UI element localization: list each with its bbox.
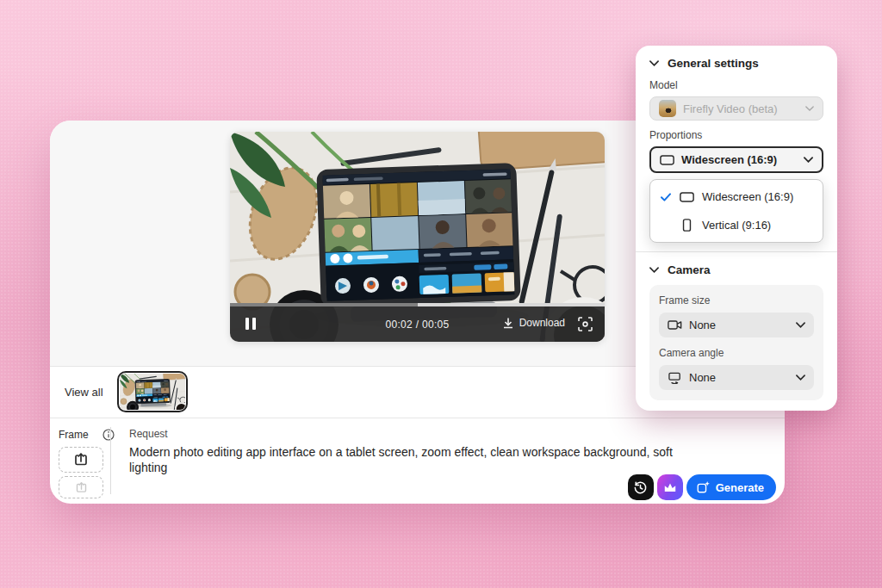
camera-angle-select[interactable]: None	[659, 365, 814, 390]
chevron-down-icon	[796, 322, 805, 328]
camera-angle-icon	[668, 372, 682, 384]
upload-icon	[75, 481, 88, 494]
premium-crown-icon	[663, 481, 677, 493]
model-select[interactable]: Firefly Video (beta)	[649, 96, 823, 121]
chevron-down-icon	[804, 157, 813, 163]
widescreen-icon	[660, 155, 674, 165]
video-controls: 00:02 / 00:05 Download	[230, 306, 605, 342]
generate-button[interactable]: Generate	[686, 474, 776, 500]
general-settings-header[interactable]: General settings	[649, 56, 823, 71]
proportions-label: Proportions	[649, 129, 823, 141]
divider	[110, 427, 111, 494]
frame-label: Frame	[59, 429, 89, 441]
camera-card: Frame size None Camera angle None	[649, 285, 823, 400]
thumbnail-image	[120, 374, 185, 410]
upload-icon	[73, 452, 89, 467]
proportions-select[interactable]: Widescreen (16:9)	[649, 146, 823, 173]
generate-sparkle-icon	[696, 480, 710, 494]
divider	[636, 251, 837, 252]
request-label: Request	[129, 428, 168, 440]
view-all-button[interactable]: View all	[65, 386, 103, 399]
menu-option-widescreen[interactable]: Widescreen (16:9)	[650, 183, 823, 211]
proportions-dropdown-menu: Widescreen (16:9) Vertical (9:16)	[649, 179, 823, 243]
fullscreen-icon[interactable]	[578, 317, 593, 331]
menu-option-vertical[interactable]: Vertical (9:16)	[650, 211, 823, 239]
video-thumbnail-selected[interactable]	[117, 371, 188, 412]
download-icon	[502, 317, 514, 329]
chevron-down-icon	[649, 60, 659, 66]
checkmark-icon	[661, 193, 672, 201]
camera-header[interactable]: Camera	[649, 263, 823, 277]
history-icon	[633, 480, 648, 495]
widescreen-icon	[680, 192, 694, 202]
history-button[interactable]	[628, 474, 654, 500]
settings-panel: General settings Model Firefly Video (be…	[636, 46, 837, 411]
frame-upload-end[interactable]	[59, 476, 103, 498]
prompt-input[interactable]: Modern photo editing app interface on a …	[129, 444, 673, 475]
download-button[interactable]: Download	[502, 317, 565, 329]
info-icon[interactable]	[102, 429, 115, 441]
model-thumbnail	[659, 100, 676, 117]
video-player[interactable]: 00:02 / 00:05 Download	[230, 132, 605, 342]
camera-angle-label: Camera angle	[659, 347, 814, 359]
chevron-down-icon	[649, 267, 659, 273]
premium-button[interactable]	[657, 474, 683, 500]
prompt-section: Frame Request	[50, 418, 785, 504]
frame-size-label: Frame size	[659, 294, 814, 306]
frame-upload-start[interactable]	[59, 447, 103, 473]
chevron-down-icon	[805, 106, 814, 111]
chevron-down-icon	[796, 374, 805, 381]
frame-size-select[interactable]: None	[659, 313, 814, 337]
model-label: Model	[649, 79, 823, 91]
video-camera-icon	[668, 319, 682, 331]
vertical-icon	[680, 219, 694, 232]
